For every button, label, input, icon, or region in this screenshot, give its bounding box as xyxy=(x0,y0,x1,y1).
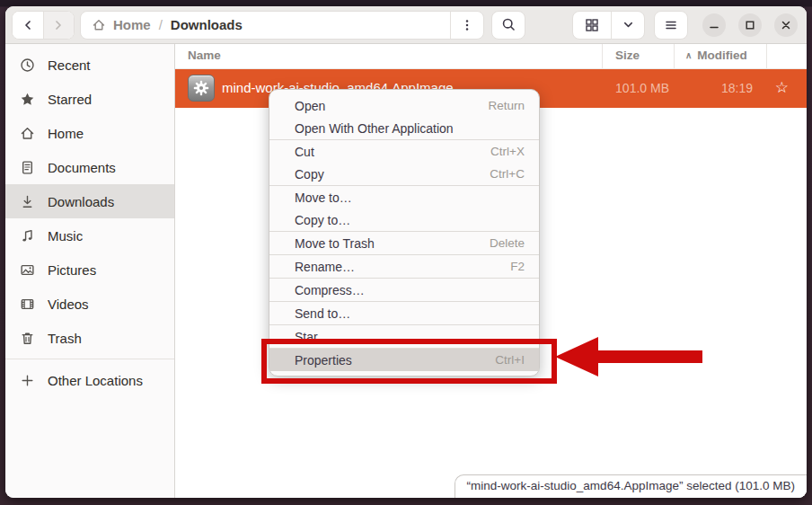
minimize-button[interactable] xyxy=(702,13,726,37)
home-icon xyxy=(92,18,106,32)
trash-icon xyxy=(20,331,35,346)
sidebar-item-home[interactable]: Home xyxy=(5,116,174,150)
sidebar-item-videos[interactable]: Videos xyxy=(5,287,174,321)
location-menu-button[interactable] xyxy=(450,12,483,39)
sidebar-item-trash[interactable]: Trash xyxy=(5,321,174,355)
plus-icon xyxy=(20,373,35,388)
menu-item-label: Properties xyxy=(295,353,495,368)
menu-item-copy-to[interactable]: Copy to… xyxy=(269,208,539,231)
sidebar-item-downloads[interactable]: Downloads xyxy=(5,184,174,218)
downloads-icon xyxy=(20,194,35,209)
menu-item-label: Star xyxy=(295,330,525,344)
home-icon xyxy=(20,126,35,141)
sidebar-item-documents[interactable]: Documents xyxy=(5,150,174,184)
menu-item-star[interactable]: Star xyxy=(269,325,539,348)
menu-item-shortcut: Delete xyxy=(490,236,525,250)
minimize-icon xyxy=(708,19,720,31)
menu-item-label: Copy to… xyxy=(295,213,525,227)
sidebar-item-label: Pictures xyxy=(48,262,96,278)
file-size: 101.0 MB xyxy=(615,81,669,95)
star-outline-icon[interactable]: ☆ xyxy=(775,78,789,97)
column-header-size[interactable]: Size xyxy=(615,49,640,62)
sidebar-item-other-locations[interactable]: Other Locations xyxy=(5,363,174,397)
sidebar-item-label: Starred xyxy=(48,92,92,107)
menu-item-label: Open With Other Application xyxy=(295,121,525,136)
music-note-icon xyxy=(20,228,35,244)
back-button[interactable] xyxy=(13,12,43,39)
column-header-name[interactable]: Name xyxy=(188,49,221,62)
breadcrumb-home[interactable]: Home xyxy=(113,17,151,32)
selection-status-text: “mind-work-ai-studio_amd64.AppImage” sel… xyxy=(467,479,795,492)
menu-item-label: Compress… xyxy=(295,283,525,297)
sidebar-item-label: Trash xyxy=(48,331,82,346)
pictures-icon xyxy=(20,262,35,278)
sidebar-item-label: Documents xyxy=(48,160,116,175)
grid-view-icon xyxy=(585,18,599,32)
grid-view-button[interactable] xyxy=(573,12,611,39)
menu-item-shortcut: Ctrl+C xyxy=(490,167,525,181)
list-column-headers: Name Size ∧ Modified xyxy=(175,44,807,69)
menu-item-open[interactable]: Open Return xyxy=(269,94,539,117)
executable-gear-icon xyxy=(188,75,215,102)
maximize-icon xyxy=(744,19,756,31)
chevron-left-icon xyxy=(21,18,35,32)
column-divider[interactable] xyxy=(766,44,767,68)
column-divider[interactable] xyxy=(602,44,603,68)
star-icon xyxy=(20,92,35,107)
sort-ascending-icon: ∧ xyxy=(685,50,692,60)
close-button[interactable] xyxy=(774,13,798,37)
maximize-button[interactable] xyxy=(738,13,762,37)
menu-item-label: Cut xyxy=(295,145,490,159)
menu-item-shortcut: Ctrl+I xyxy=(495,353,525,367)
menu-item-rename[interactable]: Rename… F2 xyxy=(269,255,539,278)
column-header-modified[interactable]: ∧ Modified xyxy=(685,49,747,62)
sidebar-item-label: Music xyxy=(48,228,83,244)
context-menu: Open Return Open With Other Application … xyxy=(269,89,540,377)
menu-item-cut[interactable]: Cut Ctrl+X xyxy=(269,140,539,163)
menu-item-label: Open xyxy=(295,99,488,113)
sidebar-item-label: Home xyxy=(48,126,84,141)
nav-buttons xyxy=(12,11,75,40)
forward-button[interactable] xyxy=(43,12,75,39)
menu-item-copy[interactable]: Copy Ctrl+C xyxy=(269,163,539,185)
menu-item-move-to[interactable]: Move to… xyxy=(269,186,539,208)
menu-item-move-to-trash[interactable]: Move to Trash Delete xyxy=(269,232,539,254)
menu-item-label: Send to… xyxy=(295,306,525,321)
header-bar: Home / Downloads xyxy=(5,6,807,44)
path-bar: Home / Downloads xyxy=(80,11,484,40)
column-header-modified-label: Modified xyxy=(697,49,747,62)
search-icon xyxy=(501,17,516,32)
sidebar-item-label: Recent xyxy=(48,58,91,73)
file-modified-time: 18:19 xyxy=(721,81,753,95)
chevron-down-icon xyxy=(622,18,635,31)
sidebar-item-starred[interactable]: Starred xyxy=(5,82,174,116)
close-icon xyxy=(780,19,792,31)
view-options-dropdown[interactable] xyxy=(611,12,644,39)
hamburger-menu-icon xyxy=(664,18,678,32)
view-toggle-group xyxy=(572,11,645,40)
main-menu-button[interactable] xyxy=(654,11,688,40)
menu-item-label: Rename… xyxy=(295,260,510,274)
menu-item-shortcut: Return xyxy=(488,99,525,112)
sidebar-separator xyxy=(5,359,174,359)
menu-item-properties[interactable]: Properties Ctrl+I xyxy=(269,349,539,371)
sidebar-item-pictures[interactable]: Pictures xyxy=(5,252,174,287)
menu-item-label: Move to Trash xyxy=(295,236,490,251)
sidebar-item-label: Other Locations xyxy=(48,373,143,388)
breadcrumb-current[interactable]: Downloads xyxy=(171,17,243,32)
status-bar: “mind-work-ai-studio_amd64.AppImage” sel… xyxy=(455,474,807,498)
breadcrumb-separator: / xyxy=(159,17,163,32)
sidebar-item-music[interactable]: Music xyxy=(5,218,174,252)
menu-item-send-to[interactable]: Send to… xyxy=(269,302,539,324)
documents-icon xyxy=(20,160,35,175)
sidebar-item-recent[interactable]: Recent xyxy=(5,48,174,82)
sidebar-item-label: Videos xyxy=(48,297,89,312)
search-button[interactable] xyxy=(491,11,525,40)
menu-item-shortcut: Ctrl+X xyxy=(490,145,525,158)
menu-item-compress[interactable]: Compress… xyxy=(269,279,539,301)
menu-item-open-with-other-application[interactable]: Open With Other Application xyxy=(269,117,539,139)
sidebar-item-label: Downloads xyxy=(48,194,114,209)
column-divider[interactable] xyxy=(674,44,675,68)
kebab-menu-icon xyxy=(460,18,474,32)
sidebar: Recent Starred Home Documents xyxy=(5,44,175,498)
